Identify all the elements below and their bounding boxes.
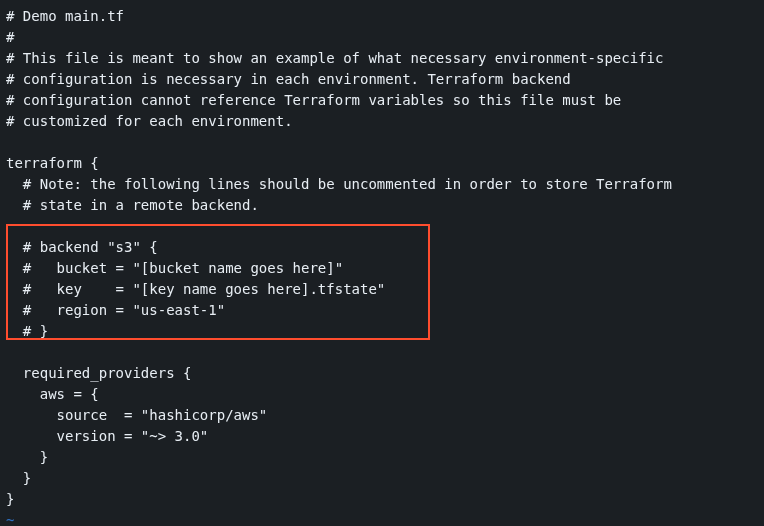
code-block: # Demo main.tf # # This file is meant to… bbox=[0, 0, 764, 526]
code-lines: # Demo main.tf # # This file is meant to… bbox=[6, 8, 672, 507]
vim-tilde: ~ bbox=[6, 512, 14, 526]
